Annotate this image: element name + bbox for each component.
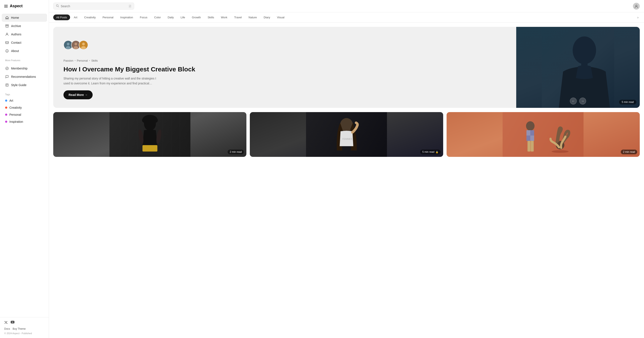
svg-rect-27 <box>142 145 158 152</box>
search-shortcut: / <box>129 5 132 8</box>
tab-work[interactable]: Work <box>218 15 230 20</box>
sidebar-item-archive[interactable]: Archive <box>2 22 47 30</box>
svg-point-4 <box>6 67 8 70</box>
search-input[interactable] <box>61 5 127 8</box>
hero-avatar-3 <box>79 40 88 50</box>
svg-rect-45 <box>528 141 530 152</box>
svg-point-13 <box>74 46 78 49</box>
personal-dot <box>5 114 7 116</box>
hero-prev-button[interactable]: ← <box>570 98 577 104</box>
hero-image <box>516 27 640 108</box>
art-dot <box>5 100 7 102</box>
hero-title: How I Overcame My Biggest Creative Block <box>64 65 506 73</box>
tab-life[interactable]: Life <box>178 15 188 20</box>
hero-image-area: ← → 5 min read <box>516 27 640 108</box>
svg-point-48 <box>552 150 568 153</box>
svg-point-39 <box>526 121 534 131</box>
post-image-2: FEMMES <box>250 112 443 157</box>
tab-growth[interactable]: Growth <box>189 15 204 20</box>
svg-rect-44 <box>530 136 534 141</box>
svg-text:FEMMES: FEMMES <box>342 138 352 140</box>
svg-point-1 <box>6 33 8 34</box>
filter-tabs: All Posts Art Creativity Personal Inspir… <box>49 12 644 23</box>
footer-links: Docs Buy Theme <box>4 327 44 330</box>
svg-point-16 <box>81 46 86 49</box>
post-card-1[interactable]: 2 min read <box>53 112 246 157</box>
docs-link[interactable]: Docs <box>4 327 10 330</box>
app-title: Aspect <box>10 4 22 8</box>
svg-point-24 <box>153 118 158 123</box>
svg-point-7 <box>636 5 637 7</box>
tab-inspiration[interactable]: Inspiration <box>117 15 136 20</box>
sidebar-item-home[interactable]: Home <box>2 14 47 22</box>
post-grid: 2 min read <box>53 112 640 157</box>
recommendations-icon <box>5 75 9 79</box>
post-image-1 <box>53 112 246 157</box>
svg-point-9 <box>67 43 70 45</box>
hero-left: Passion • Personal • Skills How I Overca… <box>53 27 516 108</box>
topbar: / <box>49 0 644 12</box>
svg-rect-46 <box>531 141 534 152</box>
style-guide-icon <box>5 83 9 87</box>
tab-creativity[interactable]: Creativity <box>81 15 98 20</box>
svg-rect-42 <box>530 130 534 136</box>
svg-point-23 <box>142 118 147 123</box>
post-card-2[interactable]: FEMMES 5 min read 🔒 <box>250 112 443 157</box>
tag-inspiration[interactable]: Inspiration <box>2 118 47 125</box>
about-icon <box>5 49 9 53</box>
menu-icon[interactable] <box>4 5 8 8</box>
features-nav: Membership Recommendations Style Guide <box>0 63 49 91</box>
tag-art[interactable]: Art <box>2 97 47 104</box>
tab-nature[interactable]: Nature <box>246 15 260 20</box>
post-card-3[interactable]: 2 min read <box>446 112 640 157</box>
content-area: Passion • Personal • Skills How I Overca… <box>49 23 644 338</box>
membership-icon <box>5 67 9 70</box>
hero-tags: Passion • Personal • Skills <box>64 59 506 62</box>
tab-personal[interactable]: Personal <box>100 15 116 20</box>
tab-diary[interactable]: Diary <box>261 15 273 20</box>
sidebar-item-recommendations[interactable]: Recommendations <box>2 73 47 81</box>
inspiration-dot <box>5 121 7 123</box>
tab-focus[interactable]: Focus <box>137 15 150 20</box>
svg-rect-41 <box>526 130 530 136</box>
sidebar-nav: Home Archive Authors <box>0 12 49 57</box>
user-avatar[interactable] <box>633 3 640 10</box>
tab-art[interactable]: Art <box>71 15 80 20</box>
tag-creativity[interactable]: Creativity <box>2 104 47 111</box>
authors-icon <box>5 32 9 36</box>
post-read-time-2: 5 min read 🔒 <box>420 150 440 154</box>
sidebar-item-about[interactable]: About <box>2 47 47 55</box>
youtube-icon[interactable] <box>11 321 14 325</box>
post-read-time-3: 2 min read <box>621 150 637 154</box>
tab-travel[interactable]: Travel <box>231 15 245 20</box>
svg-rect-0 <box>6 25 8 25</box>
search-icon <box>56 4 59 8</box>
hero-read-time: 5 min read <box>619 100 636 104</box>
hero-next-button[interactable]: → <box>579 98 586 104</box>
tag-personal[interactable]: Personal <box>2 111 47 118</box>
svg-point-10 <box>66 46 70 49</box>
filter-scroll-right[interactable]: › <box>636 15 640 20</box>
twitter-icon[interactable] <box>4 321 8 325</box>
buy-theme-link[interactable]: Buy Theme <box>12 327 26 330</box>
sidebar-footer: Docs Buy Theme © 2024 Aspect - Published <box>0 317 49 338</box>
svg-point-18 <box>573 37 596 64</box>
tab-skills[interactable]: Skills <box>205 15 217 20</box>
tab-all-posts[interactable]: All Posts <box>53 15 70 20</box>
sidebar-item-style-guide[interactable]: Style Guide <box>2 81 47 89</box>
svg-rect-2 <box>6 42 8 44</box>
copyright: © 2024 Aspect - Published <box>4 332 44 334</box>
sidebar-logo[interactable]: Aspect <box>0 0 49 12</box>
tab-visual[interactable]: Visual <box>274 15 287 20</box>
hero-navigation: ← → <box>570 98 586 104</box>
tab-color[interactable]: Color <box>151 15 164 20</box>
sidebar-item-contact[interactable]: Contact <box>2 39 47 47</box>
sidebar-item-membership[interactable]: Membership <box>2 64 47 73</box>
tab-daily[interactable]: Daily <box>164 15 177 20</box>
read-more-button[interactable]: Read More → <box>64 90 93 99</box>
tags-label: Tags <box>0 91 49 97</box>
hero-card: Passion • Personal • Skills How I Overca… <box>53 27 640 108</box>
lock-icon: 🔒 <box>436 151 438 153</box>
sidebar-item-authors[interactable]: Authors <box>2 30 47 38</box>
post-image-3 <box>446 112 640 157</box>
